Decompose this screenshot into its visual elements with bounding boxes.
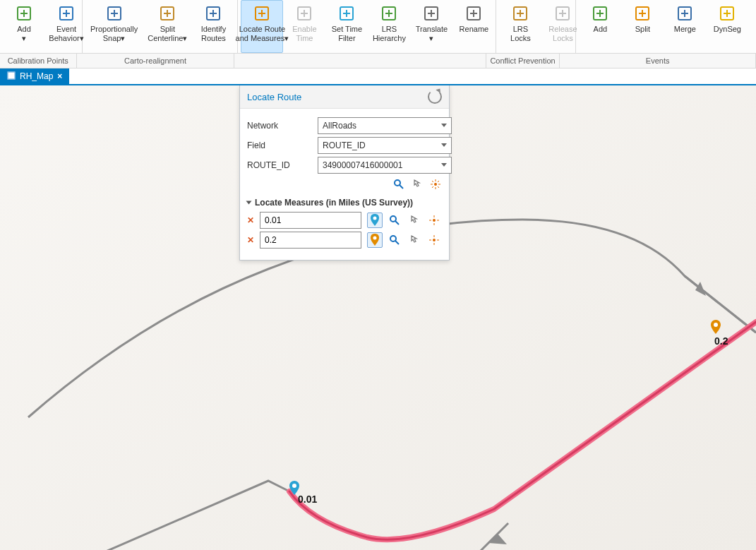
- enable-time-button: EnableTime: [283, 0, 325, 53]
- lrs-locks-label: LRSLocks: [510, 25, 531, 43]
- merge-event-icon: [675, 4, 695, 23]
- dynseg-button[interactable]: DynSeg: [706, 0, 748, 53]
- split-centerline-button[interactable]: SplitCenterline▾: [143, 0, 192, 53]
- group-label: Carto-realignment: [77, 54, 235, 68]
- rename-icon: [464, 4, 484, 23]
- measure-row: ✕: [247, 212, 442, 229]
- add-calib-button[interactable]: Add▾: [3, 0, 45, 53]
- measure-pin-1: [289, 481, 299, 495]
- measure-input[interactable]: [260, 232, 361, 249]
- translate-icon: [421, 4, 441, 23]
- network-label: Network: [247, 121, 318, 131]
- event-behavior-icon: [56, 4, 76, 23]
- svg-rect-19: [8, 72, 15, 79]
- locate-route-label: Locate Routeand Measures▾: [236, 25, 289, 43]
- lrs-locks-icon: [510, 4, 530, 23]
- routeid-select[interactable]: 34900007416000001: [318, 157, 452, 174]
- svg-line-35: [432, 186, 433, 188]
- locate-route-panel: Locate Route Network AllRoads Field ROUT…: [239, 85, 450, 261]
- svg-point-45: [373, 237, 377, 240]
- svg-point-24: [292, 484, 296, 488]
- locate-route-button[interactable]: Locate Routeand Measures▾: [241, 0, 283, 53]
- release-locks-icon: [553, 4, 572, 23]
- pan-to-measure-icon[interactable]: [407, 232, 422, 248]
- close-tab-button[interactable]: ×: [57, 71, 62, 81]
- prop-snap-label: ProportionallySnap▾: [90, 25, 138, 43]
- prop-snap-button[interactable]: ProportionallySnap▾: [85, 0, 143, 53]
- flash-measure-icon[interactable]: [426, 213, 442, 228]
- svg-line-39: [395, 221, 399, 225]
- flash-route-icon[interactable]: [429, 178, 442, 191]
- map-tab[interactable]: RH_Map ×: [0, 68, 69, 84]
- add-event-label: Add: [594, 25, 608, 34]
- group-label: Events: [560, 54, 756, 68]
- lrs-hierarchy-icon: [379, 4, 399, 23]
- enable-time-label: EnableTime: [292, 25, 316, 43]
- map-view[interactable]: 0.01 0.2 Locate Route Network AllRoads F…: [0, 85, 756, 550]
- identify-routes-button[interactable]: IdentifyRoutes: [192, 0, 234, 53]
- svg-line-36: [438, 181, 439, 182]
- split-centerline-label: SplitCenterline▾: [148, 25, 187, 43]
- split-event-icon: [632, 4, 652, 23]
- group-label: [234, 54, 486, 68]
- translate-button[interactable]: Translate▾: [410, 0, 452, 53]
- delete-measure-button[interactable]: ✕: [247, 235, 254, 245]
- group-label: Calibration Points: [0, 54, 77, 68]
- dynseg-icon: [717, 4, 737, 23]
- panel-title-text: Locate Route: [247, 92, 301, 102]
- ribbon-group-labels: Calibration PointsCarto-realignmentConfl…: [0, 54, 756, 68]
- flash-measure-icon[interactable]: [426, 232, 442, 248]
- locate-measures-header[interactable]: Locate Measures (in Miles (US Survey)): [247, 198, 442, 208]
- measure-row: ✕: [247, 232, 442, 249]
- svg-point-37: [373, 217, 377, 220]
- add-event-icon: [590, 4, 610, 23]
- svg-point-48: [433, 239, 436, 241]
- svg-point-46: [390, 236, 396, 241]
- measure-input[interactable]: [260, 212, 361, 229]
- dynseg-label: DynSeg: [714, 25, 741, 34]
- enable-time-icon: [294, 4, 314, 23]
- release-locks-label: ReleaseLocks: [548, 25, 577, 43]
- delete-measure-button[interactable]: ✕: [247, 215, 254, 225]
- translate-label: Translate▾: [416, 25, 448, 43]
- measure-pin-2: [711, 320, 721, 334]
- route-tool-icons: [247, 178, 442, 191]
- svg-line-27: [400, 185, 403, 189]
- map-icon: [7, 71, 16, 82]
- identify-routes-label: IdentifyRoutes: [201, 25, 226, 43]
- zoom-to-measure-icon[interactable]: [387, 232, 402, 248]
- event-behavior-button[interactable]: EventBehavior▾: [45, 0, 88, 53]
- add-calib-label: Add▾: [17, 25, 31, 43]
- pan-to-measure-icon[interactable]: [407, 213, 422, 228]
- add-calib-icon: [14, 4, 34, 23]
- set-time-filter-button[interactable]: Set TimeFilter: [325, 0, 368, 53]
- svg-point-25: [714, 323, 718, 327]
- svg-line-34: [438, 186, 439, 188]
- lrs-hierarchy-button[interactable]: LRSHierarchy: [368, 0, 410, 53]
- select-on-map-icon[interactable]: [367, 213, 383, 228]
- refresh-icon[interactable]: [428, 90, 442, 104]
- zoom-to-route-icon[interactable]: [392, 178, 405, 191]
- replace-event-button[interactable]: Replace: [748, 0, 756, 53]
- svg-point-28: [434, 183, 437, 186]
- routeid-label: ROUTE_ID: [247, 160, 318, 170]
- network-value: AllRoads: [323, 121, 356, 131]
- svg-line-47: [395, 241, 399, 244]
- network-select[interactable]: AllRoads: [318, 117, 452, 134]
- lrs-locks-button[interactable]: LRSLocks: [499, 0, 541, 53]
- locate-measures-title: Locate Measures (in Miles (US Survey)): [255, 198, 413, 208]
- rename-button[interactable]: Rename: [452, 0, 495, 53]
- field-select[interactable]: ROUTE_ID: [318, 137, 452, 154]
- rename-label: Rename: [460, 25, 489, 34]
- select-on-map-icon[interactable]: [367, 232, 383, 248]
- split-event-button[interactable]: Split: [621, 0, 664, 53]
- routeid-value: 34900007416000001: [323, 160, 402, 170]
- add-event-button[interactable]: Add: [579, 0, 621, 53]
- merge-event-button[interactable]: Merge: [664, 0, 706, 53]
- split-centerline-icon: [157, 4, 177, 23]
- pan-to-route-icon[interactable]: [411, 178, 424, 191]
- map-tab-label: RH_Map: [20, 71, 53, 81]
- set-time-filter-label: Set TimeFilter: [332, 25, 362, 43]
- ribbon-toolbar: Add▾EventBehavior▾ProportionallySnap▾Spl…: [0, 0, 756, 54]
- zoom-to-measure-icon[interactable]: [387, 213, 402, 228]
